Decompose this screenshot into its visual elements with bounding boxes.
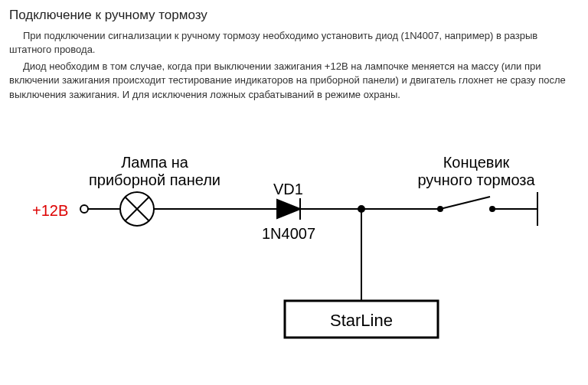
svg-marker-6 <box>277 200 300 218</box>
lamp-label-line2: приборной панели <box>89 171 220 188</box>
diode-part-label: 1N4007 <box>262 223 315 244</box>
switch-label: Концевик ручного тормоза <box>392 154 560 189</box>
svg-point-0 <box>80 205 88 213</box>
lamp-label: Лампа на приборной панели <box>78 154 231 189</box>
switch-label-line2: ручного тормоза <box>417 171 534 188</box>
svg-point-13 <box>490 207 495 211</box>
page-title: Подключение к ручному тормозу <box>9 6 579 24</box>
wiring-diagram: +12В Лампа на приборной панели VD1 1N400… <box>9 132 579 362</box>
intro-paragraph-1: При подключении сигнализации к ручному т… <box>9 29 579 57</box>
svg-line-12 <box>440 197 490 209</box>
diode-ref-label: VD1 <box>273 178 303 200</box>
lamp-label-line1: Лампа на <box>121 154 188 171</box>
voltage-label: +12В <box>32 200 68 221</box>
intro-paragraph-2: Диод необходим в том случае, когда при в… <box>9 60 579 102</box>
switch-label-line1: Концевик <box>443 154 510 171</box>
starline-box-label: StarLine <box>285 309 438 333</box>
